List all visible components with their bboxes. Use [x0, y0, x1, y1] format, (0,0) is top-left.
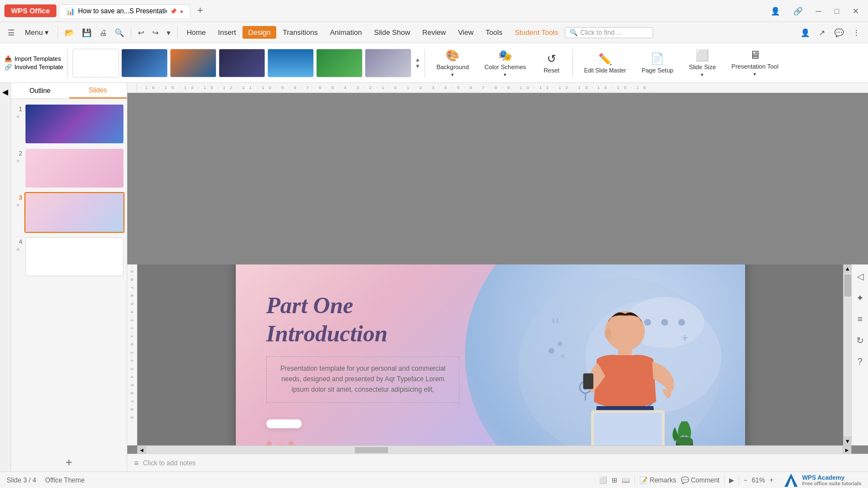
background-button[interactable]: 🎨 Background ▾: [430, 46, 476, 80]
notes-placeholder[interactable]: Click to add notes: [143, 459, 195, 467]
ribbon-separator-1: [68, 49, 68, 77]
right-sidebar-help-icon[interactable]: ?: [855, 355, 865, 369]
minimize-button[interactable]: ─: [812, 4, 826, 18]
scrollbar-thumb-h[interactable]: [355, 447, 388, 453]
slide-thumb-2[interactable]: [24, 148, 125, 189]
unsaved-indicator: ●: [180, 8, 183, 14]
scroll-right-button[interactable]: ►: [843, 446, 851, 454]
vertical-scrollbar[interactable]: ▲ ▼: [843, 264, 851, 446]
close-button[interactable]: ✕: [848, 4, 864, 18]
template-orange-blue[interactable]: [170, 49, 216, 77]
maximize-button[interactable]: □: [830, 4, 844, 18]
canvas-scroll-area[interactable]: ≡ 📌 🔍 Part One Introduction: [137, 264, 843, 446]
page-setup-button[interactable]: 📄 Page Setup: [635, 50, 680, 76]
color-schemes-button[interactable]: 🎭 Color Schemes ▾: [478, 46, 533, 80]
scrollbar-thumb-v[interactable]: [844, 274, 851, 297]
import-templates-button[interactable]: 📥 Import Templates: [4, 55, 63, 63]
undo-dropdown[interactable]: ▾: [163, 27, 174, 39]
open-file-button[interactable]: 📂: [61, 27, 78, 39]
undo-button[interactable]: ↩: [135, 27, 148, 39]
review-menu[interactable]: Review: [417, 26, 452, 39]
slide-text-area: Part One Introduction Presentation templ…: [266, 292, 460, 428]
design-menu[interactable]: Design: [242, 26, 276, 39]
template-green-circle[interactable]: [316, 49, 363, 77]
redo-button[interactable]: ↪: [149, 27, 162, 39]
slideshow-button[interactable]: ▶: [729, 476, 734, 484]
slide-thumb-1[interactable]: [24, 103, 125, 144]
slide-item-2[interactable]: 2 ★: [13, 148, 125, 189]
panel-toggle-icon: ◀: [2, 87, 8, 96]
share-button[interactable]: ↗: [815, 27, 829, 39]
menu-toggle-button[interactable]: ☰: [4, 27, 18, 39]
quick-print-button[interactable]: 🔍: [111, 27, 127, 39]
home-menu[interactable]: Home: [181, 26, 211, 39]
reset-button[interactable]: ↺ Reset: [535, 50, 568, 76]
right-sidebar-star-icon[interactable]: ✦: [854, 290, 866, 305]
add-tab-button[interactable]: +: [193, 5, 208, 17]
transitions-menu[interactable]: Transitions: [277, 26, 323, 39]
page-setup-icon: 📄: [650, 52, 664, 65]
slide-title[interactable]: Part One Introduction: [266, 292, 460, 347]
slide-item-4[interactable]: 4 ★: [13, 236, 125, 277]
scroll-up-button[interactable]: ▲: [844, 264, 851, 273]
outline-tab[interactable]: Outline: [11, 83, 69, 98]
student-tools-menu[interactable]: Student Tools: [509, 26, 564, 39]
slide-size-button[interactable]: ⬜ Slide Size ▾: [682, 46, 722, 80]
save-button[interactable]: 💾: [79, 27, 95, 39]
template-scroll-down[interactable]: ▼: [415, 64, 420, 69]
panel-toggle[interactable]: ◀: [0, 83, 11, 471]
slideshow-menu[interactable]: Slide Show: [369, 26, 416, 39]
involved-template-button[interactable]: 🔗 Involved Template: [4, 64, 63, 71]
comment-button[interactable]: 💬 Comment: [681, 476, 720, 484]
scroll-down-button[interactable]: ▼: [844, 437, 851, 445]
template-people[interactable]: [219, 49, 265, 77]
presentation-tool-button[interactable]: 🖥 Presentation Tool ▾: [725, 46, 785, 79]
status-sep-3: [738, 476, 739, 485]
horizontal-scrollbar[interactable]: ◄ ►: [137, 445, 851, 454]
menu-bar: ☰ Menu ▾ 📂 💾 🖨 🔍 ↩ ↪ ▾ Home Insert Desig…: [0, 22, 868, 43]
document-tab[interactable]: 📊 How to save an...S Presentation 📌 ●: [59, 4, 190, 18]
view-menu[interactable]: View: [452, 26, 479, 39]
template-snow[interactable]: [365, 49, 411, 77]
normal-view-button[interactable]: ⬜: [599, 476, 607, 484]
remarks-button[interactable]: 📝 Remarks: [639, 476, 676, 484]
grid-view-button[interactable]: ⊞: [612, 476, 617, 484]
right-sidebar-format-icon[interactable]: ≡: [855, 312, 865, 326]
slide-cta-button[interactable]: [266, 419, 302, 428]
slide-info: Slide 3 / 4: [7, 476, 36, 484]
menu-label[interactable]: Menu ▾: [19, 26, 54, 39]
comment-button[interactable]: 💬: [831, 27, 847, 39]
template-blue-wave[interactable]: [121, 49, 168, 77]
svg-rect-15: [583, 373, 593, 390]
share-icon[interactable]: 🔗: [789, 4, 807, 18]
wps-office-button[interactable]: WPS Office: [4, 4, 56, 17]
slide-thumb-4[interactable]: [24, 236, 125, 277]
template-scroll-up[interactable]: ▲: [415, 57, 420, 63]
slide-thumb-3[interactable]: [24, 192, 125, 233]
slide-item-3[interactable]: 3 ★: [13, 192, 125, 233]
tab-pin-icon[interactable]: 📌: [170, 8, 177, 14]
slide-dot-2: [277, 441, 283, 445]
more-options-button[interactable]: ⋮: [849, 27, 864, 39]
zoom-in-button[interactable]: +: [769, 476, 773, 484]
slide-subtitle[interactable]: Presentation template for your personal …: [266, 356, 460, 403]
tools-menu[interactable]: Tools: [480, 26, 508, 39]
profile-icon[interactable]: 👤: [766, 4, 784, 18]
template-blue-sky[interactable]: [267, 49, 314, 77]
reading-view-button[interactable]: 📖: [622, 476, 630, 484]
add-slide-button[interactable]: +: [11, 454, 127, 471]
right-sidebar-history-icon[interactable]: ↻: [854, 333, 866, 348]
slide-item-1[interactable]: 1 ★: [13, 103, 125, 144]
search-bar[interactable]: 🔍 Click to find ...: [565, 27, 653, 38]
insert-menu[interactable]: Insert: [213, 26, 242, 39]
right-sidebar: ◁ ✦ ≡ ↻ ?: [851, 264, 868, 446]
user-icon[interactable]: 👤: [797, 27, 813, 39]
edit-slide-master-button[interactable]: ✏️ Edit Slide Master: [577, 50, 633, 76]
template-blank[interactable]: [73, 49, 119, 77]
slides-tab[interactable]: Slides: [69, 83, 127, 98]
animation-menu[interactable]: Animation: [324, 26, 368, 39]
scroll-left-button[interactable]: ◄: [137, 446, 146, 454]
zoom-out-button[interactable]: −: [743, 476, 747, 484]
right-sidebar-expand-icon[interactable]: ◁: [855, 269, 866, 284]
print-button[interactable]: 🖨: [96, 27, 110, 39]
